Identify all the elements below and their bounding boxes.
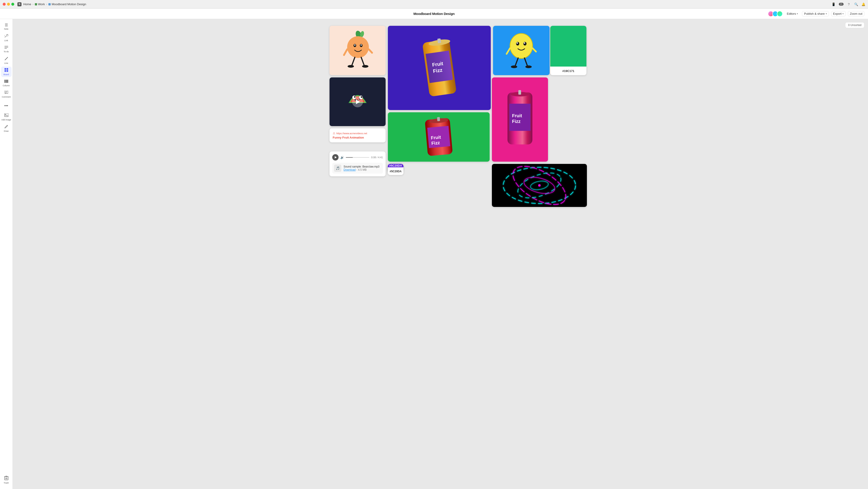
card-audio[interactable]: 🔊 0:08 / 4:41 🎵 Sound sample: Bearclaw.m… [330, 151, 385, 176]
music-note-icon: 🎵 [334, 165, 341, 172]
sidebar-item-line[interactable]: Line [1, 55, 11, 66]
card-swatches-row: #F74A87 #FFB61A #5C20DA #5C20DA [388, 164, 490, 200]
search-icon[interactable]: 🔍 [854, 2, 858, 6]
svg-text:Fruit: Fruit [512, 113, 522, 118]
card-purple-can[interactable]: Fruit Fizz [388, 26, 491, 110]
audio-progress-bar[interactable] [346, 157, 369, 158]
card-lemon-character[interactable] [493, 26, 550, 75]
card-green-swatch[interactable]: #19C171 [550, 26, 586, 75]
lemon-character-image [493, 26, 550, 75]
notification-bell-icon[interactable]: 🔔 [861, 2, 865, 6]
purple-can-image: Fruit Fizz [388, 26, 491, 110]
zoom-label: Zoom out [850, 12, 862, 16]
app-body: ☰ Note Link To-do [0, 19, 868, 489]
card-neon-spiral[interactable] [492, 164, 587, 207]
zoom-out-button[interactable]: Zoom out [848, 11, 864, 16]
sidebar-trash[interactable]: Trash [1, 474, 11, 485]
svg-line-47 [515, 58, 518, 66]
sidebar-trash-label: Trash [4, 482, 9, 484]
svg-line-28 [369, 49, 372, 53]
more-icon: ••• [4, 104, 8, 108]
pink-can-image: Fruit Fizz [492, 78, 548, 162]
sidebar-item-note[interactable]: ☰ Note [1, 21, 11, 32]
volume-icon[interactable]: 🔊 [340, 156, 344, 159]
header-right: Editors ▾ Publish & share ▾ Export ▾ Zoo… [768, 11, 864, 17]
editors-button[interactable]: Editors ▾ [785, 11, 800, 16]
notification-badge[interactable]: 21 [839, 3, 844, 6]
publish-label: Publish & share [804, 12, 825, 16]
help-icon[interactable]: ? [847, 2, 851, 6]
card-orange-character[interactable] [330, 26, 385, 75]
svg-rect-8 [4, 80, 5, 83]
link-title: Funny Fruit Animation [333, 136, 382, 139]
draw-icon [4, 125, 8, 129]
breadcrumb-separator-1: › [33, 2, 33, 6]
svg-point-44 [524, 42, 525, 44]
sidebar-item-draw[interactable]: Draw [1, 123, 11, 134]
moodboard-canvas: Fruit Fizz [330, 26, 551, 211]
maximize-button[interactable] [11, 3, 14, 6]
export-chevron-icon: ▾ [842, 12, 844, 15]
svg-rect-11 [4, 91, 8, 93]
svg-rect-38 [437, 38, 441, 43]
export-label: Export [833, 12, 842, 16]
sidebar-item-add-image[interactable]: Add image [1, 112, 11, 122]
breadcrumb-separator-2: › [46, 2, 47, 6]
neon-spiral-image [492, 164, 587, 207]
svg-rect-10 [7, 80, 8, 83]
link-url: ⚠ https://www.acmevideos.net [333, 132, 382, 135]
svg-rect-6 [4, 70, 6, 72]
svg-point-31 [348, 65, 354, 68]
audio-play-button[interactable] [332, 154, 339, 161]
svg-point-26 [361, 45, 362, 46]
breadcrumb-current-label: Moodboard Motion Design [52, 2, 86, 6]
play-button[interactable] [352, 96, 363, 107]
play-triangle-icon [356, 99, 360, 104]
breadcrumb-current[interactable]: Moodboard Motion Design [49, 2, 86, 6]
comment-icon [4, 91, 8, 95]
sidebar-item-comment[interactable]: Comment [1, 89, 11, 99]
svg-rect-65 [437, 117, 440, 121]
audio-download-link[interactable]: Download [344, 168, 355, 171]
device-icon[interactable]: 📱 [832, 2, 836, 6]
card-watermelon-video[interactable] [330, 78, 385, 126]
svg-point-50 [525, 65, 532, 68]
svg-point-49 [511, 65, 517, 68]
breadcrumb-work-label: Work [38, 2, 45, 6]
svg-point-58 [355, 96, 355, 97]
audio-play-triangle-icon [335, 156, 337, 159]
card-swatch-purple[interactable]: #5C20DA #5C20DA [388, 164, 403, 175]
sidebar-item-board[interactable]: Board [1, 66, 11, 77]
audio-download-row: Download - 4.5 MB [344, 168, 379, 171]
breadcrumb-work[interactable]: Work [35, 2, 45, 6]
card-green-can[interactable]: Fruit Fizz [388, 112, 490, 162]
sort-badge[interactable]: 0 Unsorted [845, 22, 864, 28]
sidebar-item-link[interactable]: Link [1, 33, 11, 43]
canvas-area[interactable]: 0 Unsorted [13, 19, 868, 489]
svg-point-22 [347, 36, 369, 58]
card-pink-can[interactable]: Fruit Fizz [492, 78, 548, 162]
editors-label: Editors [787, 12, 796, 16]
avatar-3 [777, 11, 783, 17]
sidebar-item-todo[interactable]: To-do [1, 44, 11, 54]
minimize-button[interactable] [7, 3, 10, 6]
publish-chevron-icon: ▾ [826, 12, 827, 15]
svg-rect-34 [425, 51, 453, 83]
current-dot [49, 3, 51, 5]
board-icon [4, 68, 8, 73]
sidebar-item-column[interactable]: Column [1, 78, 11, 88]
link-icon [4, 34, 8, 39]
publish-share-button[interactable]: Publish & share ▾ [802, 11, 829, 16]
sidebar-item-more[interactable]: ••• [1, 100, 11, 111]
swatch-purple-label: #5C20DA [388, 167, 403, 175]
work-dot [35, 3, 37, 5]
close-button[interactable] [3, 3, 6, 6]
export-button[interactable]: Export ▾ [831, 11, 846, 16]
audio-time: 0:08 / 4:41 [371, 156, 383, 159]
breadcrumb-home[interactable]: Home [23, 2, 31, 6]
card-link[interactable]: ⚠ https://www.acmevideos.net Funny Fruit… [330, 128, 385, 142]
audio-player: 🔊 0:08 / 4:41 [332, 154, 383, 161]
swatch-purple-color: #5C20DA [388, 164, 403, 167]
traffic-lights [3, 3, 14, 6]
title-bar-right: 📱 21 ? 🔍 🔔 [832, 2, 865, 6]
